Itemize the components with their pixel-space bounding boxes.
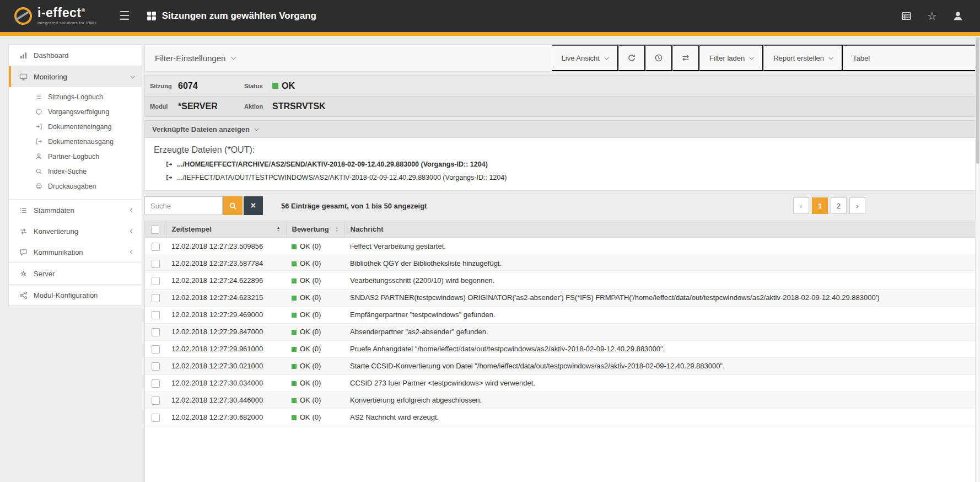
layers-icon <box>35 93 43 100</box>
action-label: Aktion <box>244 103 272 110</box>
table-row[interactable]: 12.02.2018 12:27:24.622896 OK (0) Vearbe… <box>145 272 979 289</box>
table-row[interactable]: 12.02.2018 12:27:30.682000 OK (0) AS2 Na… <box>145 409 979 426</box>
menu-toggle-icon[interactable]: ☰ <box>110 9 139 23</box>
table-row[interactable]: 12.02.2018 12:27:23.509856 OK (0) i-effe… <box>145 238 979 255</box>
sidebar-item-modul-konfiguration[interactable]: Modul-Konfiguration <box>9 285 142 306</box>
row-rating: OK (0) <box>286 323 344 340</box>
row-timestamp: 12.02.2018 12:27:30.682000 <box>166 409 286 426</box>
row-checkbox[interactable] <box>152 243 160 251</box>
sidebar-item-konvertierung[interactable]: Konvertierung <box>9 221 142 242</box>
table-settings-button[interactable]: Tabel <box>843 45 979 71</box>
sidebar-item-dokumenteneingang[interactable]: Dokumenteneingang <box>9 119 142 134</box>
row-checkbox[interactable] <box>152 345 160 354</box>
monitoring-submenu: Sitzungs-Logbuch Vorgangsverfolgung Doku… <box>9 87 142 199</box>
row-rating: OK (0) <box>286 392 344 409</box>
auto-reload-button[interactable] <box>672 45 699 71</box>
status-green-indicator <box>272 83 278 89</box>
list-icon <box>18 206 28 215</box>
table-row[interactable]: 12.02.2018 12:27:30.034000 OK (0) CCSID … <box>145 374 979 392</box>
search-input[interactable] <box>144 196 223 215</box>
entries-summary: 56 Einträge gesamt, von 1 bis 50 angezei… <box>281 202 427 210</box>
row-rating: OK (0) <box>286 272 344 289</box>
column-header-nachricht[interactable]: Nachricht <box>344 221 979 238</box>
ok-green-indicator <box>292 415 297 420</box>
status-label: Status <box>244 83 272 89</box>
table-row[interactable]: 12.02.2018 12:27:30.446000 OK (0) Konver… <box>145 392 979 409</box>
row-checkbox[interactable] <box>152 414 160 422</box>
sidebar-item-partner-logbuch[interactable]: Partner-Logbuch <box>9 149 142 164</box>
select-all-header[interactable] <box>145 221 166 238</box>
row-checkbox[interactable] <box>152 397 160 405</box>
table-row[interactable]: 12.02.2018 12:27:23.587784 OK (0) Biblio… <box>145 255 979 272</box>
bar-chart-icon <box>18 51 28 60</box>
pagination: ‹ 1 2 › <box>793 197 865 214</box>
live-view-button[interactable]: Live Ansicht <box>552 45 618 71</box>
sidebar-item-kommunikation[interactable]: Kommunikation <box>9 242 142 263</box>
session-info-panel: Sitzung 6074 Status OK Modul *SERVER Akt… <box>144 75 980 117</box>
sidebar-item-sitzungs-logbuch[interactable]: Sitzungs-Logbuch <box>9 89 142 104</box>
row-timestamp: 12.02.2018 12:27:30.034000 <box>166 374 286 392</box>
sidebar-item-druckausgaben[interactable]: Druckausgaben <box>9 179 142 194</box>
clock-icon <box>654 53 663 62</box>
sidebar-item-index-suche[interactable]: Index-Suche <box>9 164 142 179</box>
row-message: Empfängerpartner "testpcwindows" gefunde… <box>344 306 979 323</box>
ok-green-indicator <box>292 261 297 266</box>
sidebar-item-dashboard[interactable]: Dashboard <box>9 45 142 66</box>
ok-green-indicator <box>292 330 297 335</box>
app-logo[interactable]: i-effect® integrated solutions for IBM i <box>0 7 110 25</box>
chevron-down-icon <box>231 55 236 60</box>
table-row[interactable]: 12.02.2018 12:27:29.469000 OK (0) Empfän… <box>145 306 979 323</box>
clear-search-button[interactable]: × <box>244 196 263 215</box>
row-timestamp: 12.02.2018 12:27:24.623215 <box>166 289 286 306</box>
search-icon <box>229 202 237 210</box>
pagination-prev-button[interactable]: ‹ <box>793 197 809 214</box>
search-button[interactable] <box>223 196 243 215</box>
select-all-checkbox[interactable] <box>151 226 159 234</box>
sidebar-item-vorgangsverfolgung[interactable]: Vorgangsverfolgung <box>9 104 142 119</box>
filter-settings-toggle[interactable]: Filter-Einstellungen <box>145 53 245 63</box>
load-filter-button[interactable]: Filter laden <box>699 45 763 71</box>
row-checkbox[interactable] <box>152 260 160 268</box>
row-checkbox[interactable] <box>152 277 160 285</box>
ok-green-indicator <box>292 398 297 403</box>
table-row[interactable]: 12.02.2018 12:27:29.847000 OK (0) Absend… <box>145 323 979 340</box>
file-link[interactable]: .../IEFFECT/DATA/OUT/TESTPCWINDOWS/AS2/A… <box>166 174 971 181</box>
pagination-next-button[interactable]: › <box>849 197 865 214</box>
sort-icon: ▲▼ <box>335 226 339 233</box>
sign-out-icon <box>35 138 43 145</box>
main-content: Filter-Einstellungen Live Ansicht <box>144 44 980 482</box>
ok-green-indicator <box>292 244 297 249</box>
sidebar-item-stammdaten[interactable]: Stammdaten <box>9 200 142 221</box>
table-view-icon[interactable] <box>901 11 912 21</box>
history-button[interactable] <box>645 45 672 71</box>
table-row[interactable]: 12.02.2018 12:27:29.961000 OK (0) Pruefe… <box>145 340 979 357</box>
row-checkbox[interactable] <box>152 379 160 388</box>
row-checkbox[interactable] <box>152 362 160 371</box>
column-header-zeitstempel[interactable]: Zeitstempel▲▼ <box>166 221 286 238</box>
pagination-page-1[interactable]: 1 <box>812 197 828 214</box>
row-checkbox[interactable] <box>152 294 160 302</box>
pagination-page-2[interactable]: 2 <box>831 197 847 214</box>
row-checkbox[interactable] <box>152 328 160 336</box>
table-row[interactable]: 12.02.2018 12:27:24.623215 OK (0) SNDAS2… <box>145 289 979 306</box>
create-report-button[interactable]: Report erstellen <box>763 45 843 71</box>
file-link[interactable]: .../HOME/IEFFECT/ARCHIVE/AS2/SEND/AKTIV-… <box>166 160 971 168</box>
vertical-scrollbar[interactable] <box>975 36 980 482</box>
column-header-bewertung[interactable]: Bewertung▲▼ <box>286 221 344 238</box>
row-checkbox[interactable] <box>152 311 160 319</box>
row-rating: OK (0) <box>286 409 344 426</box>
linked-files-toggle[interactable]: Verknüpfte Dateien anzeigen <box>144 120 980 138</box>
sidebar-item-server[interactable]: Server <box>9 263 142 284</box>
module-label: Modul <box>150 103 178 110</box>
search-icon <box>35 168 43 175</box>
user-account-icon[interactable] <box>952 10 963 22</box>
ok-green-indicator <box>292 347 297 352</box>
generated-files-section: Erzeugte Dateien (*OUT): .../HOME/IEFFEC… <box>144 138 980 191</box>
sidebar-item-dokumentenausgang[interactable]: Dokumentenausgang <box>9 134 142 149</box>
row-timestamp: 12.02.2018 12:27:23.587784 <box>166 255 286 272</box>
scrollbar-thumb[interactable] <box>976 37 979 164</box>
refresh-button[interactable] <box>618 45 645 71</box>
table-row[interactable]: 12.02.2018 12:27:30.021000 OK (0) Starte… <box>145 357 979 374</box>
favorite-star-icon[interactable]: ☆ <box>927 10 937 22</box>
sidebar-item-monitoring[interactable]: Monitoring <box>9 66 142 87</box>
